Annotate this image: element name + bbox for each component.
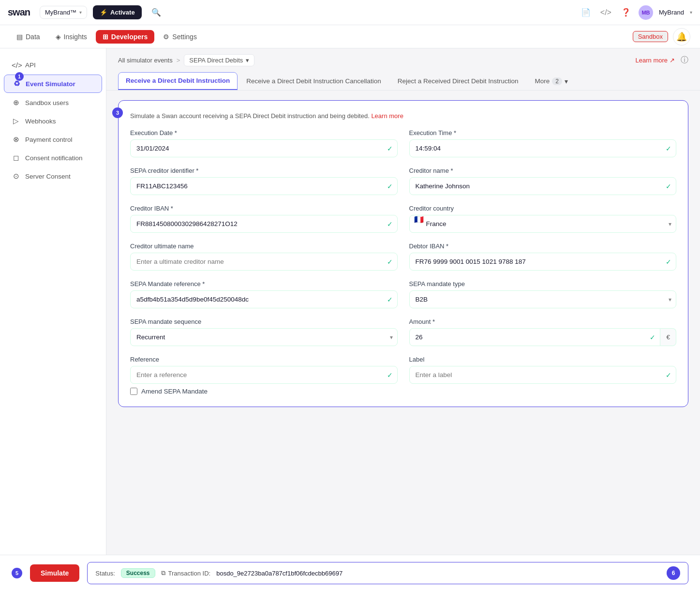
creditor-ultimate-input[interactable]: [130, 253, 398, 271]
form-grid: Execution Date * ✓ Execution Time * ✓: [130, 129, 676, 384]
execution-date-input[interactable]: [130, 139, 398, 157]
nav-insights[interactable]: ◈ Insights: [49, 30, 94, 44]
tab-cancellation[interactable]: Receive a Direct Debit Instruction Cance…: [238, 73, 388, 90]
sidebar-item-payment-control[interactable]: ⊗ Payment control: [4, 131, 102, 148]
france-flag-icon: 🇫🇷: [414, 215, 424, 224]
breadcrumb-right: Learn more ↗ ⓘ: [636, 55, 688, 65]
sidebar-event-simulator-label: Event Simulator: [26, 80, 75, 88]
sepa-mandate-ref-input[interactable]: [130, 290, 398, 308]
execution-time-check-icon: ✓: [666, 145, 671, 152]
sidebar-item-api[interactable]: </> API: [4, 57, 102, 74]
label-field-wrap: ✓: [409, 366, 677, 384]
sidebar-api-label: API: [25, 61, 36, 69]
copy-icon[interactable]: ⧉: [161, 569, 165, 577]
event-simulator-badge: 1: [15, 72, 24, 81]
sidebar-item-event-simulator[interactable]: ♻ Event Simulator 1: [4, 75, 102, 93]
nav-settings-label: Settings: [172, 33, 197, 41]
nav-data[interactable]: ▤ Data: [10, 30, 47, 44]
activate-label: Activate: [110, 9, 135, 16]
nav-data-label: Data: [26, 33, 40, 41]
sidebar-item-server-consent[interactable]: ⊙ Server Consent: [4, 167, 102, 185]
sandbox-users-icon: ⊕: [12, 98, 20, 107]
nav-developers-label: Developers: [111, 33, 148, 41]
code-icon-button[interactable]: </>: [598, 6, 613, 19]
tab-reject[interactable]: Reject a Received Direct Debit Instructi…: [390, 73, 526, 90]
label-group: Label ✓: [409, 356, 677, 384]
notification-button[interactable]: 🔔: [673, 28, 690, 45]
nav-settings[interactable]: ⚙ Settings: [156, 30, 204, 44]
debtor-iban-check-icon: ✓: [666, 258, 671, 266]
amend-sepa-mandate-label[interactable]: Amend SEPA Mandate: [141, 388, 208, 395]
brand-selector[interactable]: MyBrand™ ▾: [40, 6, 87, 19]
sepa-mandate-type-group: SEPA mandate type B2B ▾: [409, 280, 677, 308]
more-tabs-button[interactable]: More 2 ▾: [529, 74, 574, 89]
execution-time-wrap: ✓: [409, 139, 677, 157]
amount-check-icon: ✓: [650, 333, 655, 341]
webhooks-icon: ▷: [12, 117, 20, 125]
creditor-country-select[interactable]: France: [409, 215, 677, 233]
breadcrumb-all-events[interactable]: All simulator events: [118, 57, 173, 64]
docs-icon-button[interactable]: 📄: [579, 6, 593, 19]
execution-date-label: Execution Date *: [130, 129, 398, 136]
external-link-icon: ↗: [670, 57, 675, 64]
payment-control-icon: ⊗: [12, 135, 20, 144]
sepa-mandate-seq-group: SEPA mandate sequence Recurrent ▾: [130, 318, 398, 346]
execution-date-group: Execution Date * ✓: [130, 129, 398, 157]
creditor-iban-wrap: ✓: [130, 215, 398, 233]
sepa-mandate-seq-wrap: Recurrent ▾: [130, 328, 398, 346]
content-area: All simulator events > SEPA Direct Debit…: [106, 48, 700, 591]
more-tabs-badge: 2: [552, 77, 562, 85]
creditor-name-input[interactable]: [409, 177, 677, 195]
transaction-id-label: ⧉ Transaction ID:: [161, 569, 211, 577]
sidebar-item-consent-notification[interactable]: ◻ Consent notification: [4, 149, 102, 167]
bolt-icon: ⚡: [100, 9, 107, 16]
user-name-label: MyBrand: [659, 9, 684, 16]
creditor-iban-input[interactable]: [130, 215, 398, 233]
tab-receive-direct-debit[interactable]: Receive a Direct Debit Instruction: [118, 72, 238, 90]
creditor-ultimate-check-icon: ✓: [387, 258, 393, 266]
reference-wrap: ✓: [130, 366, 398, 384]
activate-button[interactable]: ⚡ Activate: [93, 5, 142, 19]
label-input[interactable]: [409, 366, 677, 384]
simulate-button[interactable]: Simulate: [30, 564, 79, 582]
search-button[interactable]: 🔍: [148, 6, 165, 19]
sidebar-payment-control-label: Payment control: [25, 136, 73, 143]
reference-input[interactable]: [130, 366, 398, 384]
step-5-badge: 5: [12, 568, 22, 578]
nav-developers[interactable]: ⊞ Developers: [96, 30, 154, 44]
breadcrumb: All simulator events > SEPA Direct Debit…: [118, 54, 254, 66]
sandbox-button[interactable]: Sandbox: [633, 31, 668, 42]
status-text-label: Status:: [95, 570, 115, 577]
execution-time-input[interactable]: [409, 139, 677, 157]
info-button[interactable]: ⓘ: [681, 55, 688, 65]
label-check-icon: ✓: [666, 371, 671, 379]
data-icon: ▤: [16, 33, 23, 41]
sidebar-item-sandbox-users[interactable]: ⊕ Sandbox users: [4, 94, 102, 111]
sepa-creditor-input[interactable]: [130, 177, 398, 195]
sepa-mandate-type-wrap: B2B ▾: [409, 290, 677, 308]
topbar-right: 📄 </> ❓ MB MyBrand ▾: [579, 5, 692, 20]
breadcrumb-bar: All simulator events > SEPA Direct Debit…: [106, 48, 700, 72]
form-description: Simulate a Swan account receiving a SEPA…: [130, 112, 676, 120]
sidebar-webhooks-label: Webhooks: [25, 118, 56, 125]
sidebar-item-webhooks[interactable]: ▷ Webhooks: [4, 112, 102, 130]
learn-more-text: Learn more: [636, 57, 668, 64]
sepa-mandate-type-select[interactable]: B2B: [409, 290, 677, 308]
form-learn-more-link[interactable]: Learn more: [371, 112, 403, 120]
learn-more-link[interactable]: Learn more ↗: [636, 57, 675, 64]
reference-label: Reference: [130, 356, 398, 363]
form-panel: 3 Simulate a Swan account receiving a SE…: [118, 100, 688, 407]
help-icon-button[interactable]: ❓: [619, 6, 633, 19]
amend-sepa-mandate-wrap: Amend SEPA Mandate: [130, 388, 676, 395]
debtor-iban-input[interactable]: [409, 253, 677, 271]
creditor-ultimate-label: Creditor ultimate name: [130, 242, 398, 250]
amount-input[interactable]: [409, 328, 661, 346]
user-chevron-icon: ▾: [690, 10, 692, 15]
sepa-direct-debits-selector[interactable]: SEPA Direct Debits ▾: [184, 54, 254, 66]
amount-label: Amount *: [409, 318, 677, 325]
amend-sepa-mandate-checkbox[interactable]: [130, 388, 137, 395]
sepa-mandate-seq-select[interactable]: Recurrent: [130, 328, 398, 346]
transaction-id-value: bosdo_9e2723ba0a787cf1bf06fcdecbb69697: [216, 570, 343, 577]
sidebar-sandbox-users-label: Sandbox users: [25, 99, 69, 106]
creditor-iban-label: Creditor IBAN *: [130, 205, 398, 212]
